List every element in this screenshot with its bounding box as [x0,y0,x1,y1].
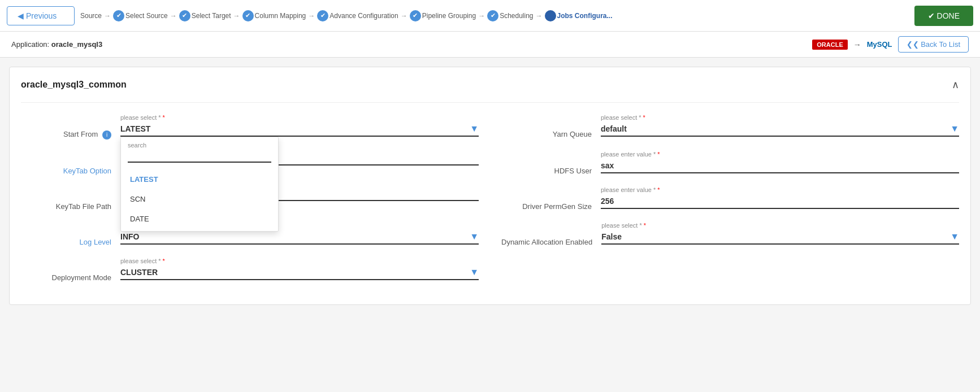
dropdown-search-area: search [121,137,278,167]
step-source: Source [80,12,102,20]
dropdown-option-scn[interactable]: SCN [121,189,278,209]
yarn-queue-label: Yarn Queue [501,114,592,138]
mysql-badge: MySQL [867,40,892,49]
dynamic-allocation-label: Dynamic Allocation Enabled [501,222,592,246]
deployment-mode-chevron: ▼ [470,267,479,277]
done-button[interactable]: ✔ DONE [914,6,973,26]
dynamic-allocation-hint: please select * [601,222,959,229]
step-select-source: Select Source [125,12,168,20]
step-pipeline-grouping: Pipeline Grouping [422,12,476,20]
dynamic-allocation-field: please select * False ▼ [601,222,959,245]
dynamic-allocation-select[interactable]: False ▼ [601,230,959,245]
app-info: Application: oracle_mysql3 [11,40,102,49]
driver-permgen-input[interactable] [601,194,959,209]
yarn-queue-chevron: ▼ [950,124,959,134]
dynamic-allocation-chevron: ▼ [950,232,959,242]
start-from-field: please select * LATEST ▼ search [120,114,479,137]
driver-permgen-hint: please enter value * [601,186,959,193]
form-section: Start From i please select * LATEST ▼ [21,102,959,282]
start-from-select[interactable]: LATEST ▼ [120,122,479,137]
step-circle-scheduling: ✔ [487,10,498,21]
dropdown-options: LATEST SCN DATE [121,167,278,231]
sub-header-right: ORACLE → MySQL ❮❮ Back To List [812,36,969,53]
yarn-queue-group: Yarn Queue please select * default ▼ [501,114,959,138]
hdfs-user-field: please enter value * [601,151,959,173]
step-circle-pipeline-grouping: ✔ [410,10,421,21]
app-label: Application: [11,40,49,49]
hdfs-user-hint: please enter value * [601,151,959,158]
keytab-file-path-label: KeyTab File Path [21,186,111,211]
previous-button[interactable]: ◀ Previous [7,6,75,25]
start-from-label: Start From i [21,114,111,140]
step-circle-column-mapping: ✔ [242,10,254,21]
app-name: oracle_mysql3 [51,40,102,49]
step-circle-select-target: ✔ [179,10,190,21]
hdfs-user-group: HDFS User please enter value * [501,151,959,175]
keytab-option-label: KeyTab Option [21,151,111,175]
log-level-select[interactable]: INFO ▼ [120,230,479,245]
hdfs-user-input[interactable] [601,159,959,173]
collapse-button[interactable]: ∧ [952,79,959,91]
step-advance-config: Advance Configuration [329,12,398,20]
oracle-badge: ORACLE [812,40,847,50]
step-circle-select-source: ✔ [113,10,124,21]
main-content: oracle_mysql3_common ∧ Start From i plea… [0,58,980,314]
dropdown-option-date[interactable]: DATE [121,209,278,229]
step-column-mapping: Column Mapping [255,12,306,20]
yarn-queue-hint: please select * [601,114,959,121]
step-jobs-config: Jobs Configura... [557,12,613,20]
start-from-dropdown: search LATEST SCN DATE [120,137,279,232]
dropdown-option-latest[interactable]: LATEST [121,169,278,189]
connector-arrow: → [853,40,861,49]
deployment-mode-select[interactable]: CLUSTER ▼ [120,265,479,280]
step-select-target: Select Target [192,12,231,20]
header: ◀ Previous Source → ✔ Select Source → ✔ … [0,0,980,32]
log-level-select-wrapper: INFO ▼ [120,230,479,245]
step-circle-advance-config: ✔ [317,10,328,21]
dynamic-allocation-select-wrapper: False ▼ [601,230,959,245]
dynamic-allocation-group: Dynamic Allocation Enabled please select… [501,222,959,246]
driver-permgen-group: Driver PermGen Size please enter value * [501,186,959,211]
hdfs-user-label: HDFS User [501,151,592,175]
log-level-label: Log Level [21,222,111,246]
sub-header: Application: oracle_mysql3 ORACLE → MySQ… [0,32,980,58]
form-row-5: Deployment Mode please select * CLUSTER … [21,258,959,282]
dropdown-search-input[interactable] [128,151,271,163]
form-row-1: Start From i please select * LATEST ▼ [21,114,959,140]
config-card: oracle_mysql3_common ∧ Start From i plea… [9,67,971,305]
deployment-mode-label: Deployment Mode [21,258,111,282]
start-from-info-icon[interactable]: i [102,130,111,140]
start-from-select-wrapper: LATEST ▼ search LATEST [120,122,479,137]
log-level-chevron: ▼ [470,232,479,242]
driver-permgen-field: please enter value * [601,186,959,209]
driver-permgen-label: Driver PermGen Size [501,186,592,211]
yarn-queue-field: please select * default ▼ [601,114,959,137]
start-from-hint: please select * [120,114,479,121]
deployment-mode-select-wrapper: CLUSTER ▼ [120,265,479,280]
yarn-queue-select[interactable]: default ▼ [601,122,959,137]
start-from-chevron: ▼ [470,124,479,134]
card-header: oracle_mysql3_common ∧ [21,79,959,91]
start-from-group: Start From i please select * LATEST ▼ [21,114,479,140]
deployment-mode-field: please select * CLUSTER ▼ [120,258,479,280]
back-to-list-button[interactable]: ❮❮ Back To List [898,36,969,53]
yarn-queue-select-wrapper: default ▼ [601,122,959,137]
step-circle-jobs-config [545,10,556,21]
card-title: oracle_mysql3_common [21,80,127,90]
deployment-mode-hint: please select * [120,258,479,264]
step-scheduling: Scheduling [500,12,533,20]
stepper: Source → ✔ Select Source → ✔ Select Targ… [80,10,909,21]
deployment-mode-group: Deployment Mode please select * CLUSTER … [21,258,479,282]
dropdown-search-label: search [128,142,271,149]
